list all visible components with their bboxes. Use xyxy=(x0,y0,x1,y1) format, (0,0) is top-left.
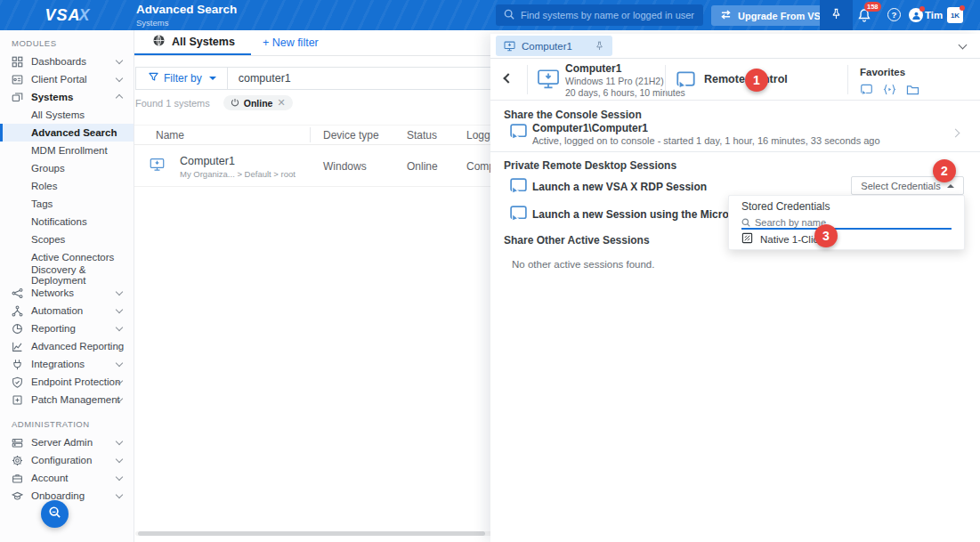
remote-control-icon xyxy=(676,70,696,93)
launch-vsa-rdp-button[interactable]: Launch a new VSA X RDP Session xyxy=(532,181,707,193)
page-title: Advanced Search xyxy=(136,3,237,16)
scrollbar-thumb[interactable] xyxy=(138,531,485,536)
chart-icon xyxy=(12,341,23,352)
live-search-fab[interactable] xyxy=(41,500,69,528)
sidebar-item-account[interactable]: Account xyxy=(0,469,134,487)
remote-control-icon xyxy=(509,205,528,225)
plug-icon xyxy=(12,359,23,370)
favorite-remote-control-icon[interactable] xyxy=(860,83,873,99)
sidebar-item-roles[interactable]: Roles xyxy=(0,177,134,195)
sidebar-item-label: Account xyxy=(31,473,69,483)
sidebar-item-reporting[interactable]: Reporting xyxy=(0,320,134,337)
favorite-scripts-icon[interactable] xyxy=(883,83,896,99)
pin-icon[interactable] xyxy=(595,41,604,51)
favorites-icons xyxy=(860,83,919,99)
row-org-path: My Organiza... > Default > root xyxy=(180,169,296,179)
globe-icon xyxy=(153,35,165,49)
sidebar-item-notifications[interactable]: Notifications xyxy=(0,213,134,231)
credential-item-native-1-click[interactable]: Native 1-Click xyxy=(741,232,823,246)
popup-tab-computer1[interactable]: Computer1 xyxy=(496,36,612,56)
sidebar-item-label: Roles xyxy=(31,181,57,191)
sidebar-item-configuration[interactable]: Configuration xyxy=(0,451,134,469)
automation-icon xyxy=(12,305,23,317)
sidebar-item-patch-management[interactable]: Patch Management xyxy=(0,391,134,409)
sidebar-item-endpoint-protection[interactable]: Endpoint Protection xyxy=(0,373,134,391)
sidebar-item-all-systems[interactable]: All Systems xyxy=(0,106,134,124)
sidebar-item-client-portal[interactable]: Client Portal xyxy=(0,70,134,88)
chevron-down-icon xyxy=(116,75,123,82)
sidebar-item-mdm-enrollment[interactable]: MDM Enrollment xyxy=(0,142,134,159)
step-badge-2: 2 xyxy=(933,159,956,182)
sidebar-item-active-connectors[interactable]: Active Connectors xyxy=(0,248,134,266)
session-user: Computer1\Computer1 xyxy=(532,122,648,134)
systems-icon xyxy=(12,92,23,103)
native-1-click-icon xyxy=(741,232,753,246)
close-icon[interactable]: ✕ xyxy=(277,97,285,109)
column-header-device-type[interactable]: Device type xyxy=(323,129,379,142)
chevron-down-icon xyxy=(209,77,216,80)
help-button[interactable]: ? xyxy=(887,8,901,21)
divider xyxy=(665,65,666,94)
divider xyxy=(847,65,848,94)
sidebar-item-label: MDM Enrollment xyxy=(31,145,108,156)
chevron-down-icon xyxy=(116,57,123,64)
sidebar-item-onboarding[interactable]: Onboarding xyxy=(0,487,134,505)
chevron-right-icon[interactable] xyxy=(952,129,960,138)
sidebar-item-label: Notifications xyxy=(31,216,87,227)
sidebar-item-label: All Systems xyxy=(31,109,85,120)
sidebar-item-tags[interactable]: Tags xyxy=(0,195,134,213)
pin-icon xyxy=(830,7,842,23)
page-subtitle: Systems xyxy=(136,18,237,28)
back-chevron-icon[interactable] xyxy=(503,73,513,83)
tab-all-systems[interactable]: All Systems xyxy=(134,30,251,55)
row-name: Computer1 xyxy=(180,155,235,167)
kaseya-one-label: 1K xyxy=(951,12,960,20)
global-search[interactable] xyxy=(496,4,703,26)
sidebar-item-dashboards[interactable]: Dashboards xyxy=(0,53,134,70)
sidebar: MODULES Dashboards Client Portal Systems… xyxy=(0,30,134,542)
user-menu-button[interactable] xyxy=(909,8,923,22)
sidebar-item-label: Tags xyxy=(31,198,53,209)
row-device-type: Windows xyxy=(323,160,367,173)
sidebar-item-server-admin[interactable]: Server Admin xyxy=(0,433,134,451)
remote-control-popup: Computer1 Computer1 Windows 11 Pro (21H2… xyxy=(490,34,980,542)
global-search-input[interactable] xyxy=(521,10,695,20)
stored-credentials-panel: Stored Credentials Native 1-Click xyxy=(728,195,965,250)
search-underline xyxy=(741,228,952,230)
kaseya-one-button[interactable]: 1K xyxy=(947,7,963,23)
sidebar-item-label: Integrations xyxy=(31,359,85,369)
sidebar-item-label: Advanced Reporting xyxy=(31,341,124,352)
swap-arrows-icon xyxy=(720,10,732,21)
computer-icon xyxy=(537,69,560,93)
online-filter-chip[interactable]: Online ✕ xyxy=(223,95,293,110)
sidebar-item-advanced-reporting[interactable]: Advanced Reporting xyxy=(0,337,134,355)
user-name: Tim xyxy=(925,10,943,20)
sidebar-item-automation[interactable]: Automation xyxy=(0,302,134,320)
column-header-status[interactable]: Status xyxy=(407,129,437,142)
sidebar-item-label: Networks xyxy=(31,287,74,298)
favorite-folder-icon[interactable] xyxy=(906,83,919,99)
sidebar-item-advanced-search[interactable]: Advanced Search xyxy=(0,124,134,142)
pin-toggle-button[interactable] xyxy=(820,0,853,30)
chevron-up-icon xyxy=(947,184,954,188)
select-credentials-label: Select Credentials xyxy=(861,181,940,191)
sidebar-item-label: Discovery & Deployment xyxy=(31,264,134,286)
sidebar-item-groups[interactable]: Groups xyxy=(0,159,134,177)
computer-icon xyxy=(504,41,515,52)
column-header-name[interactable]: Name xyxy=(156,129,184,142)
chevron-down-icon[interactable] xyxy=(959,41,968,50)
sidebar-item-systems[interactable]: Systems xyxy=(0,88,134,106)
shield-icon xyxy=(12,376,23,388)
vsa-logo[interactable]: VSAX xyxy=(0,0,134,30)
reporting-icon xyxy=(12,323,23,335)
tab-new-filter[interactable]: + New filter xyxy=(263,30,319,55)
sidebar-item-discovery-deployment[interactable]: Discovery & Deployment xyxy=(0,266,134,284)
sidebar-item-networks[interactable]: Networks xyxy=(0,284,134,302)
credentials-search-input[interactable] xyxy=(755,217,952,228)
magnifier-icon xyxy=(48,506,61,522)
filter-by-dropdown[interactable]: Filter by xyxy=(136,68,228,89)
vsa-logo-text: VSA xyxy=(45,6,80,25)
chevron-down-icon xyxy=(116,360,123,367)
sidebar-item-scopes[interactable]: Scopes xyxy=(0,231,134,248)
sidebar-item-integrations[interactable]: Integrations xyxy=(0,355,134,373)
